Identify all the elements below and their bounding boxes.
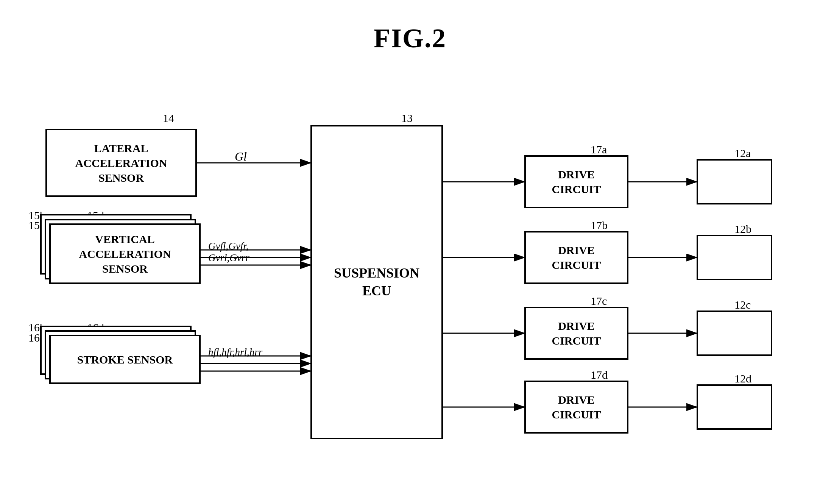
ref-12a: 12a (734, 147, 751, 160)
ref-12c: 12c (734, 298, 751, 311)
lateral-sensor-box: LATERALACCELERATIONSENSOR (45, 129, 197, 197)
drive-circuit-17a: DRIVECIRCUIT (524, 155, 628, 208)
signal-hfl: hfl,hfr,hrl,hrr (208, 346, 262, 358)
diagram-container: FIG.2 (0, 0, 820, 504)
ref-17a: 17a (591, 143, 607, 156)
vertical-sensor-box-front: VERTICALACCELERATIONSENSOR (49, 223, 201, 284)
actuator-12c (697, 311, 772, 356)
ref-17d: 17d (591, 368, 608, 381)
ref-14: 14 (163, 112, 174, 125)
suspension-ecu-box: SUSPENSIONECU (310, 125, 443, 439)
drive-circuit-17d: DRIVECIRCUIT (524, 381, 628, 434)
signal-gvfl: Gvfl,Gvfr,Gvrl,Gvrr (208, 240, 249, 264)
ref-13: 13 (401, 112, 413, 125)
ref-17c: 17c (591, 295, 607, 307)
drive-circuit-17b: DRIVECIRCUIT (524, 231, 628, 284)
drive-circuit-17c: DRIVECIRCUIT (524, 307, 628, 360)
ref-17b: 17b (591, 219, 608, 232)
ref-12d: 12d (734, 372, 751, 385)
signal-gl: Gl (235, 150, 247, 164)
actuator-12a (697, 159, 772, 204)
actuator-12d (697, 384, 772, 430)
stroke-sensor-box-front: STROKE SENSOR (49, 335, 201, 384)
actuator-12b (697, 235, 772, 280)
ref-12b: 12b (734, 223, 751, 236)
figure-title: FIG.2 (374, 23, 446, 54)
